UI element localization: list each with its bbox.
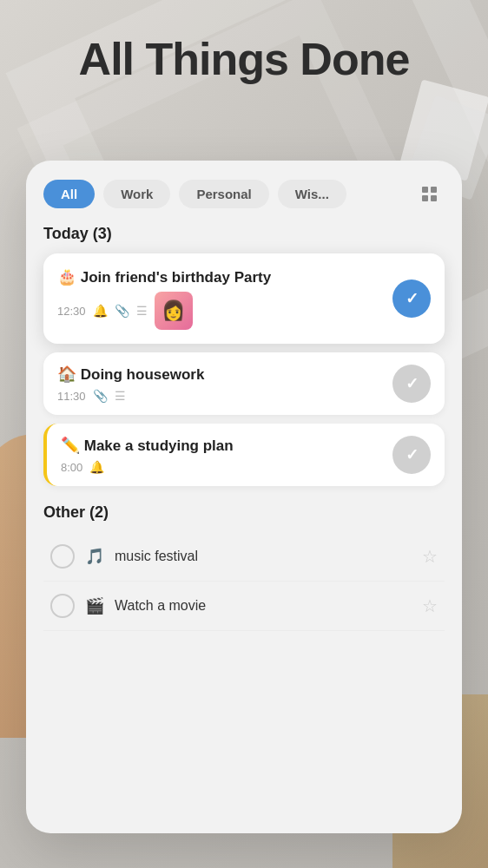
task-main: ✏️ Make a studying plan 8:00 🔔 <box>61 436 382 474</box>
attachment-icon: 📎 <box>115 304 129 318</box>
filter-tabs: All Work Personal Wis... <box>43 178 445 209</box>
title-section: All Things Done <box>0 35 488 84</box>
grid-dot <box>422 195 428 201</box>
task-row: 🎂 Join friend's birthday Party 12:30 🔔 📎… <box>43 253 445 344</box>
grid-dot <box>431 195 437 201</box>
task-meta: 12:30 🔔 📎 ☰ 👩 <box>57 292 382 330</box>
task-title: ✏️ Make a studying plan <box>61 436 382 455</box>
checkmark-icon: ✓ <box>406 445 419 464</box>
task-emoji: 🏠 <box>57 365 76 383</box>
tab-work[interactable]: Work <box>103 180 170 208</box>
card-inner: All Work Personal Wis... Today (3) 🎂 Joi… <box>26 161 462 833</box>
task-emoji: ✏️ <box>61 437 80 454</box>
task-emoji: 🎂 <box>57 268 76 286</box>
tab-wishlist[interactable]: Wis... <box>278 180 346 208</box>
task-time: 12:30 <box>57 305 86 318</box>
complete-button[interactable]: ✓ <box>392 436 431 474</box>
task-time: 8:00 <box>61 461 82 474</box>
task-meta: 8:00 🔔 <box>61 460 382 474</box>
tab-personal[interactable]: Personal <box>179 180 268 208</box>
task-row: 🏠 Doing housework 11:30 📎 ☰ ✓ <box>43 352 445 415</box>
other-section-header: Other (2) <box>43 503 445 522</box>
task-title: 🏠 Doing housework <box>57 365 382 384</box>
grid-dot <box>422 187 428 193</box>
grid-dot <box>431 187 437 193</box>
task-thumbnail: 👩 <box>155 292 193 330</box>
task-meta: 11:30 📎 ☰ <box>57 389 382 403</box>
task-main: 🎂 Join friend's birthday Party 12:30 🔔 📎… <box>57 267 382 330</box>
other-task-label: Watch a movie <box>115 598 412 614</box>
task-main: 🏠 Doing housework 11:30 📎 ☰ <box>57 365 382 403</box>
other-task-label: music festival <box>115 549 412 564</box>
list-icon: ☰ <box>136 304 148 318</box>
tab-all[interactable]: All <box>43 180 95 208</box>
star-button[interactable]: ☆ <box>422 546 438 567</box>
task-time: 11:30 <box>57 390 86 403</box>
grid-view-button[interactable] <box>413 178 445 209</box>
today-section-header: Today (3) <box>43 225 445 243</box>
app-title: All Things Done <box>0 35 488 84</box>
other-task-emoji: 🎬 <box>85 596 104 615</box>
bell-icon: 🔔 <box>93 304 108 318</box>
other-section: Other (2) 🎵 music festival ☆ 🎬 Watch a m… <box>43 503 445 631</box>
task-row: ✏️ Make a studying plan 8:00 🔔 ✓ <box>43 424 445 486</box>
other-task-row: 🎵 music festival ☆ <box>43 532 445 582</box>
star-button[interactable]: ☆ <box>422 595 438 616</box>
circle-check[interactable] <box>50 544 75 569</box>
checkmark-icon: ✓ <box>406 289 419 308</box>
complete-button[interactable]: ✓ <box>392 365 431 403</box>
complete-button[interactable]: ✓ <box>392 279 431 318</box>
main-card: All Work Personal Wis... Today (3) 🎂 Joi… <box>26 161 462 833</box>
attachment-icon: 📎 <box>93 389 108 403</box>
grid-icon <box>422 187 437 201</box>
other-task-row: 🎬 Watch a movie ☆ <box>43 582 445 631</box>
circle-check[interactable] <box>50 594 75 618</box>
other-task-emoji: 🎵 <box>85 547 104 566</box>
task-title: 🎂 Join friend's birthday Party <box>57 267 382 286</box>
bell-icon: 🔔 <box>89 460 104 474</box>
checkmark-icon: ✓ <box>406 374 419 393</box>
list-icon: ☰ <box>115 389 126 403</box>
